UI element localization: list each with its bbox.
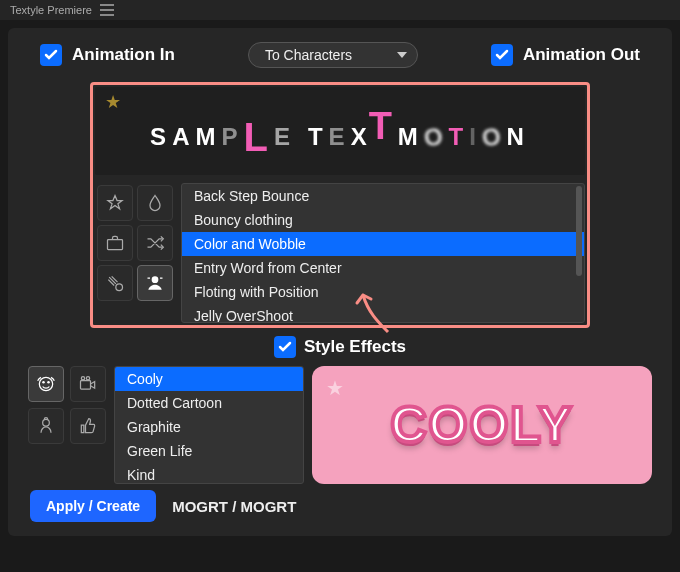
svg-point-1 (116, 284, 123, 291)
svg-point-2 (152, 276, 159, 283)
style-profile-icon[interactable] (28, 408, 64, 444)
style-camera-icon[interactable] (70, 366, 106, 402)
footer-row: Apply / Create MOGRT / MOGRT (20, 484, 660, 522)
animation-filter-icons (95, 183, 175, 323)
distribute-select[interactable]: To Characters (248, 42, 418, 68)
svg-point-9 (43, 419, 50, 426)
animation-out-label: Animation Out (523, 45, 640, 65)
list-item[interactable]: Green Life (115, 439, 303, 463)
favorite-star-icon[interactable]: ★ (326, 376, 344, 400)
style-preview: ★ COOLY (312, 366, 652, 484)
list-item[interactable]: Back Step Bounce (182, 184, 584, 208)
scrollbar[interactable] (576, 186, 582, 276)
hamburger-icon[interactable] (100, 4, 114, 16)
top-controls: Animation In To Characters Animation Out (20, 36, 660, 70)
animation-preview: ★ SAMPLE TEXT MOTION (95, 87, 585, 175)
list-item[interactable]: Kind (115, 463, 303, 484)
style-effects-label: Style Effects (304, 337, 406, 357)
svg-point-7 (81, 377, 84, 380)
animation-in-label: Animation In (72, 45, 175, 65)
style-effects-toggle: Style Effects (20, 336, 660, 358)
svg-rect-6 (81, 381, 91, 389)
animation-list[interactable]: Back Step Bounce Bouncy clothing Color a… (181, 183, 585, 323)
filter-briefcase-icon[interactable] (97, 225, 133, 261)
animation-in-checkbox[interactable] (40, 44, 62, 66)
titlebar: Textyle Premiere (0, 0, 680, 20)
apply-create-button[interactable]: Apply / Create (30, 490, 156, 522)
animation-picker-row: Back Step Bounce Bouncy clothing Color a… (95, 183, 585, 323)
svg-point-4 (42, 381, 45, 384)
main-panel: Animation In To Characters Animation Out… (8, 28, 672, 536)
filter-meteor-icon[interactable] (97, 265, 133, 301)
list-item[interactable]: Cooly (115, 367, 303, 391)
style-list[interactable]: Cooly Dotted Cartoon Graphite Green Life… (114, 366, 304, 484)
list-item[interactable]: Floting with Position (182, 280, 584, 304)
style-effects-checkbox[interactable] (274, 336, 296, 358)
favorite-star-icon[interactable]: ★ (105, 91, 121, 113)
filter-drop-icon[interactable] (137, 185, 173, 221)
list-item[interactable]: Entry Word from Center (182, 256, 584, 280)
list-item[interactable]: Bouncy clothing (182, 208, 584, 232)
app-title: Textyle Premiere (10, 4, 92, 16)
style-filter-icons (28, 366, 106, 444)
filter-user-icon[interactable] (137, 265, 173, 301)
svg-point-8 (86, 377, 89, 380)
animation-presets-highlight: ★ SAMPLE TEXT MOTION Back Step Bounce Bo… (90, 82, 590, 328)
preview-text: SAMPLE TEXT MOTION (150, 109, 530, 154)
style-thumbs-up-icon[interactable] (70, 408, 106, 444)
mogrt-label: MOGRT / MOGRT (172, 498, 296, 515)
style-row: Cooly Dotted Cartoon Graphite Green Life… (20, 366, 660, 484)
list-item[interactable]: Dotted Cartoon (115, 391, 303, 415)
list-item[interactable]: Jelly OverShoot (182, 304, 584, 323)
svg-rect-0 (108, 240, 123, 250)
list-item[interactable]: Color and Wobble (182, 232, 584, 256)
filter-favorites-icon[interactable] (97, 185, 133, 221)
filter-shuffle-icon[interactable] (137, 225, 173, 261)
list-item[interactable]: Graphite (115, 415, 303, 439)
animation-out-checkbox[interactable] (491, 44, 513, 66)
svg-point-5 (47, 381, 50, 384)
style-face-icon[interactable] (28, 366, 64, 402)
style-preview-text: COOLY (390, 396, 573, 454)
